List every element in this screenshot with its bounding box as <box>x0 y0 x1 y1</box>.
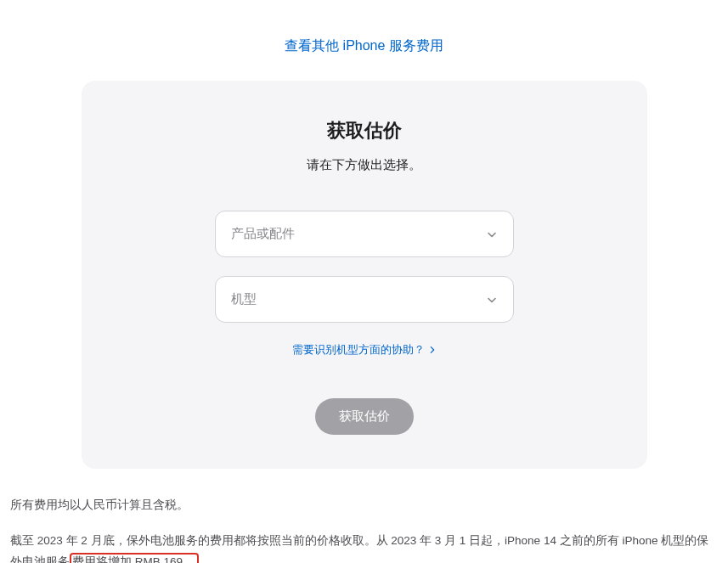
identify-model-help-link[interactable]: 需要识别机型方面的协助？ <box>292 343 437 356</box>
chevron-right-icon <box>429 344 436 357</box>
get-estimate-button[interactable]: 获取估价 <box>315 398 414 435</box>
card-subtitle: 请在下方做出选择。 <box>99 157 630 173</box>
product-select[interactable]: 产品或配件 <box>215 211 514 257</box>
model-select[interactable]: 机型 <box>215 276 514 323</box>
footer-note-2: 截至 2023 年 2 月底，保外电池服务的费用都将按照当前的价格收取。从 20… <box>10 530 718 563</box>
help-link-text: 需要识别机型方面的协助？ <box>292 343 425 356</box>
top-link-wrap: 查看其他 iPhone 服务费用 <box>8 0 720 81</box>
card-title: 获取估价 <box>99 118 630 144</box>
chevron-down-icon <box>486 228 498 240</box>
footer-note-1: 所有费用均以人民币计算且含税。 <box>10 494 718 516</box>
help-link-wrap: 需要识别机型方面的协助？ <box>99 341 630 358</box>
model-select-wrap: 机型 <box>215 276 514 323</box>
submit-wrap: 获取估价 <box>99 398 630 435</box>
estimate-card: 获取估价 请在下方做出选择。 产品或配件 机型 需要识别机型方面的协助？ <box>82 81 647 469</box>
chevron-down-icon <box>486 294 498 306</box>
other-services-link[interactable]: 查看其他 iPhone 服务费用 <box>285 38 443 53</box>
model-select-placeholder: 机型 <box>231 291 257 307</box>
product-select-wrap: 产品或配件 <box>215 211 514 257</box>
price-increase-highlight: 费用将增加 RMB 169。 <box>70 553 199 563</box>
product-select-placeholder: 产品或配件 <box>231 226 295 242</box>
